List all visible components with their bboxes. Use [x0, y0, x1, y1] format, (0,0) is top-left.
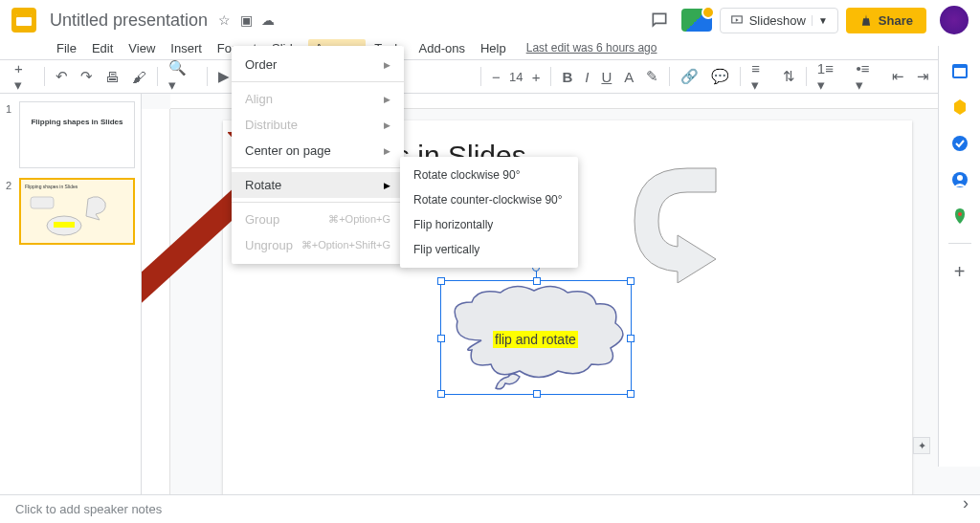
- menu-center[interactable]: Center on page▶: [232, 138, 404, 163]
- menu-order[interactable]: Order▶: [232, 52, 404, 77]
- flip-vertical[interactable]: Flip vertically: [400, 237, 578, 262]
- calendar-icon[interactable]: [950, 61, 969, 80]
- slideshow-button[interactable]: Slideshow ▼: [720, 8, 838, 33]
- contacts-icon[interactable]: [950, 170, 969, 189]
- thumb-num-2: 2: [6, 178, 15, 191]
- number-list-button[interactable]: 1≡ ▾: [813, 56, 849, 98]
- arrange-dropdown: Order▶ Align▶ Distribute▶ Center on page…: [232, 46, 404, 264]
- svg-rect-3: [54, 222, 75, 228]
- slides-logo[interactable]: [11, 8, 36, 33]
- curved-arrow-shape[interactable]: [625, 159, 759, 283]
- menu-align: Align▶: [232, 86, 404, 112]
- italic-button[interactable]: I: [580, 65, 593, 89]
- zoom-button[interactable]: 🔍 ▾: [164, 55, 201, 98]
- add-addon-icon[interactable]: +: [950, 261, 969, 280]
- align-button[interactable]: ≡ ▾: [746, 56, 775, 98]
- menu-addons[interactable]: Add-ons: [412, 39, 472, 57]
- menu-insert[interactable]: Insert: [164, 39, 209, 57]
- redo-button[interactable]: ↷: [76, 64, 98, 89]
- rotate-ccw[interactable]: Rotate counter-clockwise 90°: [400, 187, 578, 212]
- resize-handle-ne[interactable]: [627, 277, 635, 285]
- text-color-button[interactable]: A: [619, 65, 638, 89]
- menu-group: Group⌘+Option+G: [232, 207, 404, 232]
- last-edit-link[interactable]: Last edit was 6 hours ago: [526, 41, 657, 54]
- font-dec-button[interactable]: −: [487, 65, 505, 89]
- undo-button[interactable]: ↶: [51, 64, 73, 89]
- flip-horizontal[interactable]: Flip horizontally: [400, 212, 578, 237]
- resize-handle-n[interactable]: [533, 277, 541, 285]
- indent-inc-button[interactable]: ⇥: [912, 64, 934, 89]
- resize-handle-e[interactable]: [627, 335, 635, 342]
- avatar[interactable]: [940, 6, 969, 34]
- slideshow-label: Slideshow: [749, 13, 806, 28]
- thumb-slide-1[interactable]: Flipping shapes in Slides: [19, 101, 135, 168]
- comment-button[interactable]: 💬: [706, 64, 734, 89]
- paint-format-button[interactable]: 🖌: [127, 65, 151, 89]
- rotate-submenu: Rotate clockwise 90° Rotate counter-cloc…: [400, 157, 578, 268]
- svg-rect-1: [31, 197, 54, 208]
- resize-handle-s[interactable]: [533, 390, 541, 398]
- menu-edit[interactable]: Edit: [85, 39, 120, 57]
- ruler-vertical: [142, 109, 170, 494]
- menu-view[interactable]: View: [122, 39, 162, 57]
- menu-file[interactable]: File: [50, 39, 83, 57]
- star-icon[interactable]: ☆: [218, 12, 231, 28]
- collapse-panel-icon[interactable]: ›: [963, 493, 969, 513]
- svg-point-7: [952, 136, 968, 151]
- bullet-list-button[interactable]: •≡ ▾: [851, 56, 884, 98]
- indent-dec-button[interactable]: ⇤: [887, 64, 909, 89]
- share-label: Share: [879, 13, 913, 28]
- menu-distribute: Distribute▶: [232, 112, 404, 138]
- menu-help[interactable]: Help: [474, 39, 513, 57]
- svg-rect-6: [954, 68, 966, 76]
- side-panel: +: [938, 46, 980, 467]
- comments-icon[interactable]: [645, 6, 674, 34]
- resize-handle-nw[interactable]: [437, 277, 445, 285]
- print-button[interactable]: 🖶: [100, 65, 124, 89]
- chevron-down-icon[interactable]: ▼: [812, 15, 828, 26]
- link-button[interactable]: 🔗: [676, 64, 703, 89]
- menu-rotate[interactable]: Rotate▶: [232, 172, 404, 198]
- cloud-icon[interactable]: ☁: [261, 12, 275, 28]
- keep-icon[interactable]: [950, 98, 969, 117]
- move-icon[interactable]: ▣: [240, 12, 253, 28]
- line-spacing-button[interactable]: ⇅: [778, 64, 800, 89]
- thumb-slide-2[interactable]: Flipping shapes in Slides: [19, 178, 135, 245]
- font-inc-button[interactable]: +: [527, 65, 546, 89]
- selection-box: [440, 280, 632, 395]
- tasks-icon[interactable]: [950, 134, 969, 153]
- bold-button[interactable]: B: [557, 65, 577, 89]
- svg-point-10: [958, 212, 962, 216]
- thumb-num-1: 1: [6, 101, 15, 115]
- resize-handle-sw[interactable]: [437, 390, 445, 398]
- highlight-button[interactable]: ✎: [641, 64, 663, 89]
- doc-title[interactable]: Untitled presentation: [50, 11, 208, 31]
- meet-icon[interactable]: [681, 9, 712, 32]
- filmstrip: 1 Flipping shapes in Slides 2 Flipping s…: [0, 94, 142, 494]
- font-size-input[interactable]: 14: [508, 70, 524, 84]
- svg-point-9: [957, 175, 963, 181]
- resize-handle-w[interactable]: [437, 335, 445, 342]
- cloud-shape[interactable]: flip and rotate: [443, 283, 635, 407]
- thumb-title-1: Flipping shapes in Slides: [20, 102, 134, 142]
- maps-icon[interactable]: [950, 207, 969, 226]
- underline-button[interactable]: U: [596, 65, 616, 89]
- explore-button[interactable]: ✦: [913, 437, 930, 454]
- new-slide-button[interactable]: + ▾: [10, 56, 38, 98]
- rotate-cw[interactable]: Rotate clockwise 90°: [400, 163, 578, 187]
- speaker-notes[interactable]: Click to add speaker notes: [0, 494, 980, 523]
- menu-ungroup: Ungroup⌘+Option+Shift+G: [232, 232, 404, 258]
- resize-handle-se[interactable]: [627, 390, 635, 398]
- share-button[interactable]: Share: [846, 8, 926, 33]
- toolbar: + ▾ ↶ ↷ 🖶 🖌 🔍 ▾ ▶ T ▭ ▾ − 14 + B I U A ✎…: [0, 59, 980, 94]
